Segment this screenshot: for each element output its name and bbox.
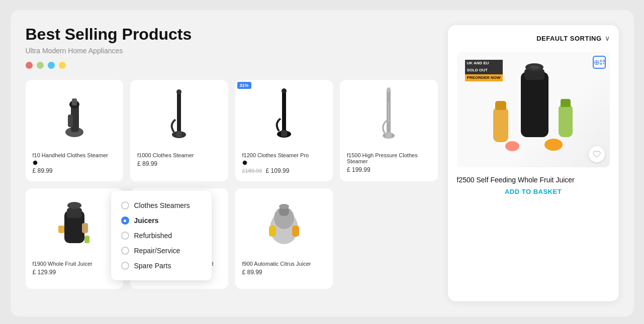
svg-rect-5 <box>177 92 181 132</box>
product-image-f1900 <box>33 195 117 256</box>
svg-rect-22 <box>58 226 64 233</box>
product-card-f10: f10 Handheld Clothes Steamer £ 89.99 <box>26 80 124 181</box>
svg-rect-45 <box>495 101 506 110</box>
product-name-f900: f900 Automatic Citrus Juicer <box>242 261 311 267</box>
product-image-f900 <box>242 195 326 256</box>
svg-rect-44 <box>493 107 508 142</box>
svg-point-20 <box>67 202 81 209</box>
filter-item-repair[interactable]: Repair/Service <box>121 243 202 258</box>
svg-rect-12 <box>281 130 287 137</box>
swatch-row-f1200 <box>242 160 247 165</box>
page-subtitle: Ultra Modern Home Appliances <box>26 47 438 55</box>
swatch-row-f10 <box>33 160 38 165</box>
svg-rect-34 <box>292 226 299 237</box>
product-image-f1200 <box>242 87 326 147</box>
sort-bar: DEFAULT SORTING ∨ <box>457 34 610 42</box>
price-f1200: £189.99 £ 109.99 <box>242 167 290 174</box>
svg-rect-2 <box>68 115 73 127</box>
filter-item-juicers[interactable]: Juicers <box>121 213 202 228</box>
product-name-f1500: f1500 High Pressure Clothes Steamer <box>347 152 431 164</box>
price-f1900: £ 129.99 <box>33 269 56 276</box>
svg-rect-21 <box>82 223 88 233</box>
filter-radio-refurbished <box>121 232 129 240</box>
svg-point-49 <box>505 141 519 151</box>
product-name-f1900: f1900 Whole Fruit Juicer <box>33 261 93 267</box>
add-to-basket-button[interactable]: ADD TO BASKET <box>457 188 610 195</box>
price-f1500: £ 199.99 <box>347 166 371 173</box>
filter-item-spare[interactable]: Spare Parts <box>121 258 202 273</box>
product-name-f10: f10 Handheld Clothes Steamer <box>33 152 108 158</box>
swatch-black-f1200[interactable] <box>242 160 247 165</box>
filter-dropdown: Clothes Steamers Juicers Refurbished Rep… <box>111 191 212 280</box>
svg-rect-37 <box>603 60 604 62</box>
svg-rect-19 <box>67 208 82 218</box>
svg-rect-9 <box>282 91 286 131</box>
main-container: Best Selling Products Ultra Modern Home … <box>11 10 634 316</box>
product-image-f1000 <box>137 87 221 147</box>
svg-rect-23 <box>84 236 89 243</box>
filter-item-steamers[interactable]: Clothes Steamers <box>121 198 202 213</box>
sort-label: DEFAULT SORTING <box>536 35 601 42</box>
product-card-f1200: 31% f1200 Clothes Steamer Pro £189.99 <box>235 80 333 181</box>
color-dots <box>26 62 438 69</box>
filter-label-steamers: Clothes Steamers <box>134 201 190 209</box>
product-card-f1500: f1500 High Pressure Clothes Steamer £ 19… <box>340 80 438 181</box>
svg-rect-16 <box>386 132 392 138</box>
right-panel: DEFAULT SORTING ∨ UK AND EU <box>448 25 619 301</box>
swatch-black[interactable] <box>33 160 38 165</box>
dot-1[interactable] <box>26 62 33 69</box>
badge-uk-eu: UK AND EU <box>465 60 503 67</box>
product-name-f1000: f1000 Clothes Steamer <box>137 152 194 158</box>
wishlist-button[interactable] <box>589 146 605 162</box>
product-card-f1000: f1000 Clothes Steamer £ 89.99 <box>130 80 228 181</box>
dot-2[interactable] <box>37 62 44 69</box>
svg-rect-8 <box>176 131 181 137</box>
product-card-f900: f900 Automatic Citrus Juicer £ 89.99 <box>235 188 333 289</box>
filter-radio-repair <box>121 247 129 255</box>
filter-label-repair: Repair/Service <box>134 247 180 255</box>
chevron-down-icon[interactable]: ∨ <box>605 34 610 42</box>
svg-point-50 <box>529 65 539 69</box>
dot-3[interactable] <box>48 62 55 69</box>
svg-rect-4 <box>72 98 77 105</box>
scan-icon[interactable] <box>593 56 606 69</box>
detail-product-name: f2500 Self Feeding Whole Fruit Juicer <box>457 176 610 184</box>
filter-label-juicers: Juicers <box>134 217 159 225</box>
product-name-f1200: f1200 Clothes Steamer Pro <box>242 152 309 158</box>
product-image-f10 <box>33 87 117 147</box>
product-image-f1500 <box>347 87 431 147</box>
price-f900: £ 89.99 <box>242 269 262 276</box>
page-title: Best Selling Products <box>26 25 438 44</box>
badge-preorder: PREORDER NOW <box>465 74 503 81</box>
svg-rect-36 <box>600 60 601 62</box>
detail-badge-soldout: UK AND EU SOLD OUT PREORDER NOW <box>465 60 503 81</box>
detail-img-placeholder: UK AND EU SOLD OUT PREORDER NOW <box>457 52 610 167</box>
filter-radio-juicers <box>121 217 129 225</box>
svg-point-48 <box>544 139 563 151</box>
price-original-f1200: £189.99 <box>242 168 262 174</box>
filter-radio-steamers <box>121 201 129 209</box>
product-grid: f10 Handheld Clothes Steamer £ 89.99 <box>26 80 438 289</box>
svg-rect-38 <box>600 63 601 64</box>
svg-point-14 <box>387 87 391 92</box>
filter-label-refurbished: Refurbished <box>134 232 172 240</box>
dot-4[interactable] <box>59 62 66 69</box>
price-f1000: £ 89.99 <box>137 160 157 167</box>
detail-image-area: UK AND EU SOLD OUT PREORDER NOW <box>457 49 610 170</box>
svg-rect-47 <box>561 99 571 107</box>
filter-item-refurbished[interactable]: Refurbished <box>121 228 202 243</box>
svg-point-6 <box>176 89 181 94</box>
svg-rect-35 <box>269 226 276 237</box>
svg-point-33 <box>279 204 289 209</box>
svg-point-10 <box>282 88 287 93</box>
svg-rect-41 <box>521 72 548 137</box>
svg-rect-46 <box>559 104 573 137</box>
filter-radio-spare <box>121 262 129 270</box>
product-card-f1900: f1900 Whole Fruit Juicer £ 129.99 <box>26 188 124 289</box>
filter-label-spare: Spare Parts <box>134 262 171 270</box>
price-f10: £ 89.99 <box>33 167 53 174</box>
badge-sold-out: SOLD OUT <box>465 67 503 74</box>
left-panel: Best Selling Products Ultra Modern Home … <box>26 25 448 301</box>
